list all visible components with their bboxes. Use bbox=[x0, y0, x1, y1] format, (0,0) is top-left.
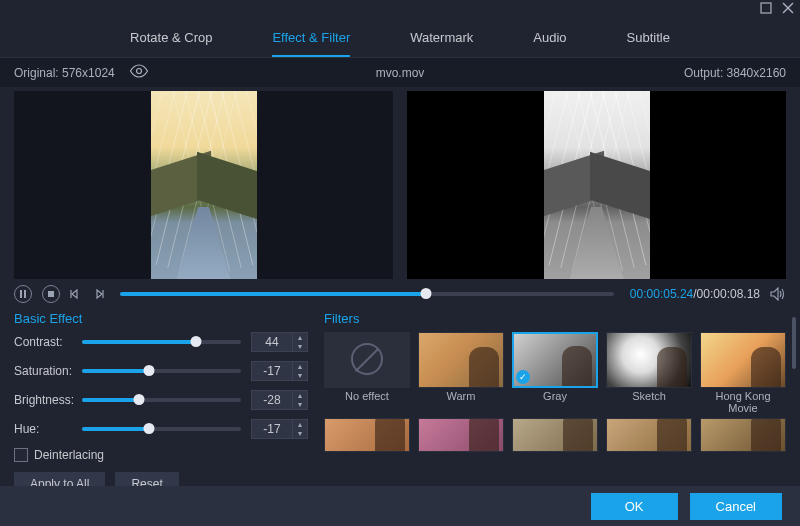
preview-output bbox=[407, 91, 786, 279]
filters-title: Filters bbox=[324, 311, 786, 326]
filter-item[interactable] bbox=[418, 418, 504, 452]
stop-button[interactable] bbox=[42, 285, 60, 303]
filter-item[interactable] bbox=[606, 418, 692, 452]
filters-scrollbar[interactable] bbox=[792, 317, 796, 369]
svg-rect-5 bbox=[24, 290, 26, 298]
hue-stepper[interactable]: -17▲▼ bbox=[251, 419, 308, 439]
output-size-label: Output: 3840x2160 bbox=[684, 66, 786, 80]
filter-warm[interactable] bbox=[418, 332, 504, 388]
original-size-label: Original: 576x1024 bbox=[14, 66, 115, 80]
hue-slider[interactable] bbox=[82, 427, 241, 431]
filter-label: Gray bbox=[512, 390, 598, 402]
filter-no-effect[interactable] bbox=[324, 332, 410, 388]
maximize-icon[interactable] bbox=[760, 2, 772, 17]
svg-point-3 bbox=[136, 69, 141, 74]
stepper-up-icon[interactable]: ▲ bbox=[293, 420, 307, 429]
deinterlacing-label: Deinterlacing bbox=[34, 448, 104, 462]
timeline-slider[interactable] bbox=[120, 292, 614, 296]
footer-bar: OK Cancel bbox=[0, 486, 800, 526]
basic-effect-panel: Basic Effect Contrast: 44▲▼ Saturation: … bbox=[14, 311, 308, 496]
svg-rect-6 bbox=[48, 291, 54, 297]
time-display: 00:00:05.24/00:00:08.18 bbox=[630, 287, 760, 301]
eye-icon[interactable] bbox=[129, 64, 149, 81]
prev-frame-icon[interactable] bbox=[70, 288, 82, 300]
pause-button[interactable] bbox=[14, 285, 32, 303]
filters-panel: Filters No effect Warm ✓ Gray Sketch Hon… bbox=[324, 311, 786, 496]
filter-sketch[interactable] bbox=[606, 332, 692, 388]
brightness-slider[interactable] bbox=[82, 398, 241, 402]
filter-label: No effect bbox=[324, 390, 410, 402]
basic-effect-title: Basic Effect bbox=[14, 311, 308, 326]
close-icon[interactable] bbox=[782, 2, 794, 17]
hue-label: Hue: bbox=[14, 422, 82, 436]
info-bar: Original: 576x1024 mvo.mov Output: 3840x… bbox=[0, 58, 800, 87]
filter-hong-kong-movie[interactable] bbox=[700, 332, 786, 388]
saturation-label: Saturation: bbox=[14, 364, 82, 378]
stepper-down-icon[interactable]: ▼ bbox=[293, 371, 307, 380]
filter-label: Sketch bbox=[606, 390, 692, 402]
filter-item[interactable] bbox=[512, 418, 598, 452]
filter-item[interactable] bbox=[324, 418, 410, 452]
stepper-up-icon[interactable]: ▲ bbox=[293, 391, 307, 400]
filename-label: mvo.mov bbox=[376, 66, 425, 80]
svg-rect-0 bbox=[761, 3, 771, 13]
ok-button[interactable]: OK bbox=[591, 493, 678, 520]
stepper-up-icon[interactable]: ▲ bbox=[293, 362, 307, 371]
check-icon: ✓ bbox=[516, 370, 530, 384]
brightness-stepper[interactable]: -28▲▼ bbox=[251, 390, 308, 410]
stepper-down-icon[interactable]: ▼ bbox=[293, 342, 307, 351]
current-time: 00:00:05.24 bbox=[630, 287, 693, 301]
next-frame-icon[interactable] bbox=[92, 288, 104, 300]
filter-label: Hong Kong Movie bbox=[700, 390, 786, 414]
brightness-label: Brightness: bbox=[14, 393, 82, 407]
contrast-stepper[interactable]: 44▲▼ bbox=[251, 332, 308, 352]
tab-watermark[interactable]: Watermark bbox=[410, 26, 473, 57]
svg-rect-4 bbox=[20, 290, 22, 298]
contrast-label: Contrast: bbox=[14, 335, 82, 349]
filter-item[interactable] bbox=[700, 418, 786, 452]
total-time: /00:00:08.18 bbox=[693, 287, 760, 301]
saturation-stepper[interactable]: -17▲▼ bbox=[251, 361, 308, 381]
filter-gray[interactable]: ✓ bbox=[512, 332, 598, 388]
tab-rotate-crop[interactable]: Rotate & Crop bbox=[130, 26, 212, 57]
tab-subtitle[interactable]: Subtitle bbox=[627, 26, 670, 57]
tab-audio[interactable]: Audio bbox=[533, 26, 566, 57]
tab-effect-filter[interactable]: Effect & Filter bbox=[272, 26, 350, 57]
preview-original bbox=[14, 91, 393, 279]
stepper-down-icon[interactable]: ▼ bbox=[293, 400, 307, 409]
filter-label: Warm bbox=[418, 390, 504, 402]
contrast-slider[interactable] bbox=[82, 340, 241, 344]
stepper-up-icon[interactable]: ▲ bbox=[293, 333, 307, 342]
deinterlacing-checkbox[interactable] bbox=[14, 448, 28, 462]
volume-icon[interactable] bbox=[770, 287, 786, 301]
stepper-down-icon[interactable]: ▼ bbox=[293, 429, 307, 438]
saturation-slider[interactable] bbox=[82, 369, 241, 373]
tab-bar: Rotate & Crop Effect & Filter Watermark … bbox=[0, 18, 800, 58]
cancel-button[interactable]: Cancel bbox=[690, 493, 782, 520]
